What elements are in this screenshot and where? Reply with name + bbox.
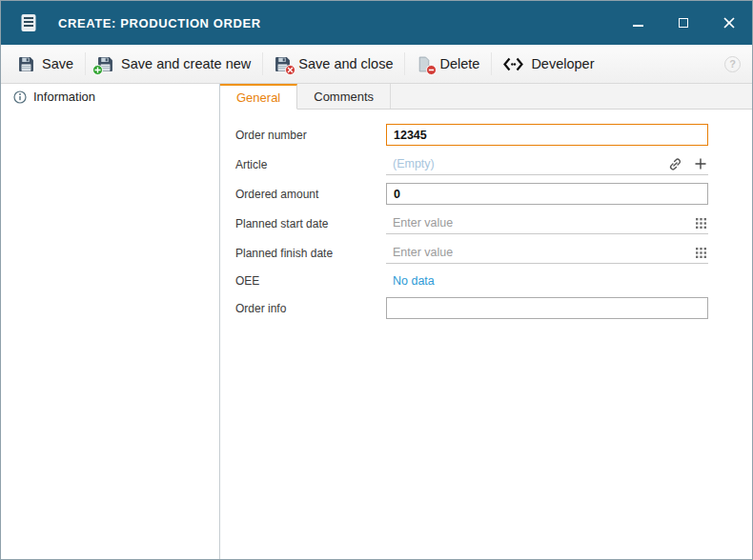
field-row-article: Article (Empty): [235, 150, 708, 179]
order-number-label: Order number: [235, 129, 386, 142]
save-icon: [18, 56, 34, 72]
save-and-create-new-button[interactable]: Save and create new: [88, 51, 260, 77]
tab-general[interactable]: General: [220, 84, 297, 110]
tab-comments[interactable]: Comments: [297, 84, 391, 109]
save-and-create-new-icon: [97, 56, 113, 72]
information-panel: [1, 110, 219, 559]
developer-button-label: Developer: [531, 56, 594, 71]
tab-information[interactable]: Information: [1, 84, 219, 110]
order-info-label: Order info: [235, 302, 386, 315]
oee-no-data-link[interactable]: No data: [386, 274, 435, 288]
help-label: ?: [729, 58, 736, 70]
date-picker-icon[interactable]: [696, 248, 708, 258]
field-row-ordered-amount: Ordered amount: [235, 179, 708, 209]
developer-button[interactable]: Developer: [494, 51, 603, 76]
app-icon: [18, 12, 39, 33]
window-body: Information General Comments Order numbe…: [1, 84, 752, 559]
maximize-button[interactable]: [661, 1, 706, 45]
save-and-close-label: Save and close: [298, 56, 393, 71]
field-row-oee: OEE No data: [235, 268, 708, 293]
oee-label: OEE: [235, 274, 386, 288]
article-empty-value: (Empty): [386, 157, 668, 170]
toolbar: Save Save and create new: [1, 45, 752, 84]
close-icon: [723, 17, 735, 29]
save-and-close-button[interactable]: Save and close: [265, 51, 402, 77]
plus-badge-icon: [92, 65, 103, 75]
window: CREATE: PRODUCTION ORDER: [0, 0, 753, 560]
toolbar-separator: [491, 52, 492, 75]
order-info-input[interactable]: [386, 297, 708, 319]
order-number-input[interactable]: [386, 124, 708, 146]
ordered-amount-label: Ordered amount: [235, 188, 386, 201]
ordered-amount-input[interactable]: [386, 183, 708, 205]
planned-finish-date-input[interactable]: [386, 242, 696, 263]
delete-icon: [417, 56, 432, 72]
toolbar-separator: [404, 52, 405, 75]
planned-start-date-input[interactable]: [386, 212, 696, 233]
developer-icon: [503, 57, 523, 71]
content-tabs: General Comments: [220, 84, 752, 110]
field-row-order-number: Order number: [235, 120, 708, 150]
titlebar: CREATE: PRODUCTION ORDER: [1, 1, 752, 45]
article-label: Article: [235, 158, 386, 171]
toolbar-separator: [85, 52, 86, 75]
minimize-button[interactable]: [615, 1, 661, 45]
close-badge-icon: [285, 65, 295, 75]
add-icon[interactable]: [695, 158, 706, 170]
field-row-order-info: Order info: [235, 293, 708, 323]
article-field[interactable]: (Empty): [386, 153, 708, 175]
field-row-planned-start-date: Planned start date: [235, 209, 708, 238]
save-and-create-new-label: Save and create new: [121, 56, 251, 71]
tab-general-label: General: [236, 90, 280, 105]
close-button[interactable]: [706, 1, 752, 45]
save-and-close-icon: [275, 56, 291, 72]
sidebar: Information: [1, 84, 220, 559]
field-row-planned-finish-date: Planned finish date: [235, 238, 708, 268]
sidebar-tabs: Information: [1, 84, 219, 110]
save-button-label: Save: [42, 56, 73, 71]
minimize-icon: [633, 25, 643, 27]
planned-finish-date-label: Planned finish date: [235, 247, 386, 260]
info-icon: [13, 90, 27, 104]
content: General Comments Order number Article: [220, 84, 752, 559]
toolbar-separator: [262, 52, 263, 75]
planned-start-date-label: Planned start date: [235, 217, 386, 230]
delete-badge-icon: [426, 65, 437, 75]
delete-button[interactable]: Delete: [407, 51, 489, 77]
maximize-icon: [679, 18, 688, 28]
tab-comments-label: Comments: [314, 90, 374, 104]
delete-button-label: Delete: [439, 56, 479, 71]
production-order-form: Order number Article (Empty): [220, 110, 752, 559]
window-controls: [615, 1, 752, 45]
save-button[interactable]: Save: [9, 51, 83, 77]
date-picker-icon[interactable]: [696, 218, 708, 229]
help-icon[interactable]: ?: [724, 56, 741, 72]
window-title: CREATE: PRODUCTION ORDER: [58, 16, 261, 30]
tab-information-label: Information: [33, 90, 95, 104]
link-icon[interactable]: [668, 157, 682, 171]
